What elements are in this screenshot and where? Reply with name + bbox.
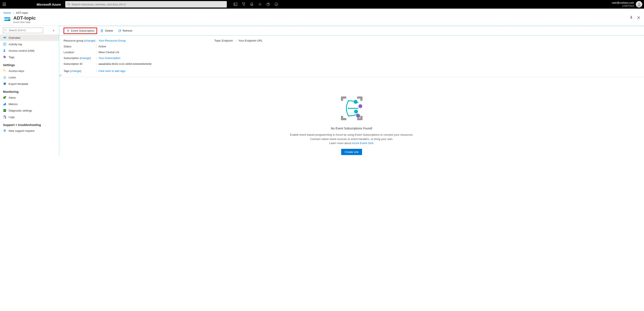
top-icons (233, 2, 278, 6)
change-resource-group-link[interactable]: change (85, 39, 94, 42)
activity-log-icon (3, 42, 6, 46)
svg-point-10 (638, 3, 640, 4)
svg-rect-25 (4, 85, 6, 85)
user-block[interactable]: user@contoso.com CONTOSO (612, 2, 634, 7)
empty-title: No Event Subscriptions Found! (64, 127, 640, 130)
alerts-icon (3, 96, 6, 99)
menu-icon[interactable] (0, 0, 8, 8)
svg-point-4 (259, 4, 260, 5)
location-value: West Central US (98, 50, 202, 54)
main-content: Event Subscription Delete Refresh Resour… (59, 26, 644, 156)
avatar[interactable] (636, 1, 642, 8)
global-search-input[interactable] (72, 3, 225, 6)
svg-point-9 (276, 4, 277, 4)
command-bar: Event Subscription Delete Refresh (59, 26, 644, 36)
settings-icon[interactable] (258, 2, 262, 6)
event-grid-empty-icon (336, 94, 368, 122)
sidebar-item-alerts[interactable]: Alerts (0, 94, 59, 101)
sidebar-item-export-template[interactable]: Export template (0, 80, 59, 87)
top-bar: Microsoft Azure user@contoso.com CONTOSO (0, 0, 644, 8)
svg-point-20 (5, 50, 6, 50)
sidebar-item-overview[interactable]: Overview (0, 34, 59, 41)
sidebar-item-locks[interactable]: Locks (0, 74, 59, 80)
subscription-id-value: aaaa0a0a-bb1b-cc2c-dd3d-eeeeee4e4e4e (98, 62, 202, 66)
event-grid-topic-icon (4, 16, 11, 23)
svg-rect-23 (4, 77, 6, 78)
sidebar-item-access-control[interactable]: Access control (IAM) (0, 48, 59, 54)
collapse-essentials-icon[interactable] (59, 74, 644, 77)
key-icon (3, 69, 6, 72)
page-title: ADT-topic (13, 15, 36, 21)
sidebar-item-logs[interactable]: Logs (0, 114, 59, 120)
cloud-shell-icon[interactable] (233, 2, 238, 6)
svg-rect-30 (4, 104, 5, 105)
change-tags-link[interactable]: change (71, 69, 80, 72)
sidebar-item-access-keys[interactable]: Access keys (0, 68, 59, 74)
add-event-subscription-button[interactable]: Event Subscription (64, 28, 97, 34)
sidebar-item-new-support-request[interactable]: New support request (0, 128, 59, 134)
close-icon[interactable] (637, 16, 640, 20)
feedback-icon[interactable] (274, 2, 278, 6)
notifications-icon[interactable] (250, 2, 254, 6)
svg-rect-32 (4, 109, 6, 112)
svg-point-42 (356, 114, 360, 118)
svg-point-40 (358, 104, 362, 108)
svg-point-41 (354, 110, 358, 114)
directory-filter-icon[interactable] (242, 2, 246, 6)
svg-point-8 (276, 4, 276, 4)
sidebar-group-support: Support + troubleshooting (0, 120, 59, 128)
learn-event-grid-link[interactable]: Azure Event Grid (352, 142, 373, 145)
collapse-sidebar-icon[interactable]: « (51, 28, 56, 33)
topic-endpoint-value: Your-Endpoint-URL (238, 39, 640, 42)
support-icon (3, 129, 6, 132)
sidebar-item-activity-log[interactable]: Activity log (0, 41, 59, 48)
svg-rect-24 (4, 83, 6, 84)
svg-point-19 (4, 50, 5, 50)
svg-line-15 (6, 31, 7, 32)
access-control-icon (3, 49, 6, 52)
pin-icon[interactable] (629, 16, 633, 20)
page-subtitle: Event Grid Topic (13, 21, 36, 24)
overview-icon (3, 36, 6, 40)
svg-point-7 (275, 3, 278, 6)
svg-point-6 (268, 5, 268, 6)
sidebar-item-metrics[interactable]: Metrics (0, 101, 59, 107)
sidebar: « Overview Activity log Access control (… (0, 26, 59, 156)
sidebar-item-tags[interactable]: Tags (0, 54, 59, 60)
essentials: Resource group (change) : Your-Resource-… (59, 36, 644, 74)
svg-rect-29 (4, 104, 4, 105)
svg-line-1 (69, 5, 70, 6)
search-icon (4, 29, 7, 32)
status-value: Active (98, 45, 202, 48)
svg-rect-17 (4, 38, 6, 38)
help-icon[interactable] (266, 2, 270, 6)
svg-point-39 (354, 100, 358, 104)
trash-icon (100, 29, 104, 32)
empty-state: No Event Subscriptions Found! Enable eve… (59, 77, 644, 156)
subscription-link[interactable]: Your-Subscription (98, 56, 202, 60)
create-one-button[interactable]: Create one (341, 149, 362, 155)
svg-rect-16 (4, 37, 6, 38)
change-subscription-link[interactable]: change (81, 56, 90, 60)
add-tags-link[interactable]: Click here to add tags (98, 69, 202, 72)
svg-point-37 (348, 108, 349, 109)
svg-point-35 (4, 130, 6, 131)
sidebar-group-settings: Settings (0, 60, 59, 68)
svg-point-14 (4, 29, 6, 31)
global-search[interactable] (65, 1, 227, 8)
svg-rect-2 (234, 3, 237, 6)
refresh-button[interactable]: Refresh (116, 28, 134, 34)
svg-rect-27 (4, 96, 6, 99)
sidebar-item-diagnostic-settings[interactable]: Diagnostic settings (0, 107, 59, 114)
breadcrumb-home[interactable]: Home (4, 11, 11, 14)
tags-icon (3, 55, 6, 59)
delete-button[interactable]: Delete (98, 28, 115, 34)
lock-icon (3, 76, 6, 79)
svg-point-36 (348, 100, 349, 102)
svg-point-38 (348, 115, 349, 116)
user-email: user@contoso.com (612, 2, 634, 4)
sidebar-search-input[interactable] (3, 28, 43, 33)
svg-rect-31 (5, 103, 6, 105)
resource-group-link[interactable]: Your-Resource-Group (98, 39, 202, 42)
brand-label[interactable]: Microsoft Azure (36, 2, 61, 6)
